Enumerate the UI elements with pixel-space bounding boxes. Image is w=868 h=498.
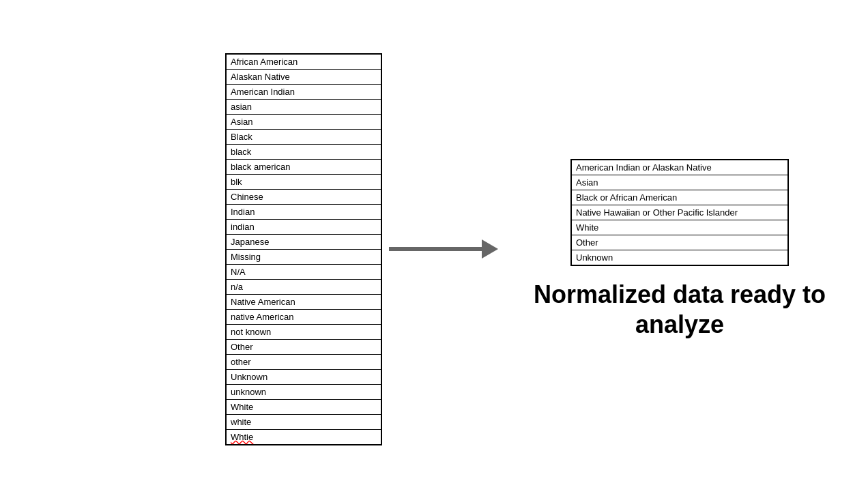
- raw-list-item: not known: [226, 324, 381, 339]
- raw-list-item: black: [226, 144, 381, 159]
- arrow-container: [382, 239, 505, 259]
- normalized-list-item: Native Hawaiian or Other Pacific Islande…: [571, 205, 788, 220]
- raw-list-item: African American: [226, 54, 381, 70]
- raw-list-item: Missing: [226, 249, 381, 264]
- raw-list-item: Other: [226, 339, 381, 354]
- raw-list-item: white: [226, 414, 381, 429]
- right-container: American Indian or Alaskan NativeAsianBl…: [505, 159, 854, 338]
- raw-list-item: unknown: [226, 384, 381, 399]
- raw-list-item: native American: [226, 309, 381, 324]
- raw-list-item: Black: [226, 129, 381, 144]
- raw-list-item: other: [226, 354, 381, 369]
- raw-list-item: American Indian: [226, 84, 381, 99]
- raw-list-item: Chinese: [226, 189, 381, 204]
- raw-list-item: Native American: [226, 294, 381, 309]
- right-title-section: Normalized data ready to analyze: [505, 280, 854, 338]
- normalized-list-item: Other: [571, 235, 788, 250]
- raw-list-item: Alaskan Native: [226, 69, 381, 84]
- raw-list-item: White: [226, 399, 381, 414]
- raw-data-table: African AmericanAlaskan NativeAmerican I…: [225, 53, 382, 445]
- normalized-list-item: White: [571, 220, 788, 235]
- raw-list-item: Whtie: [226, 429, 381, 445]
- normalized-list-item: Black or African American: [571, 190, 788, 205]
- arrow-head: [482, 239, 498, 259]
- raw-list-item: asian: [226, 99, 381, 114]
- normalized-title: Normalized data ready to analyze: [505, 280, 854, 338]
- raw-list-item: Indian: [226, 204, 381, 219]
- normalized-data-table: American Indian or Alaskan NativeAsianBl…: [570, 159, 789, 266]
- raw-list-item: Unknown: [226, 369, 381, 384]
- raw-list-item: n/a: [226, 279, 381, 294]
- transform-arrow: [389, 239, 498, 259]
- raw-list-item: black american: [226, 159, 381, 174]
- raw-list-item: Asian: [226, 114, 381, 129]
- normalized-list-item: Asian: [571, 175, 788, 190]
- raw-list-item: blk: [226, 174, 381, 189]
- raw-list-item: indian: [226, 219, 381, 234]
- normalized-list-item: Unknown: [571, 250, 788, 266]
- raw-list-container: African AmericanAlaskan NativeAmerican I…: [225, 53, 382, 445]
- normalized-list-container: American Indian or Alaskan NativeAsianBl…: [570, 159, 789, 266]
- raw-list-item: N/A: [226, 264, 381, 279]
- main-container: African AmericanAlaskan NativeAmerican I…: [0, 0, 868, 498]
- arrow-shaft: [389, 247, 482, 251]
- normalized-list-item: American Indian or Alaskan Native: [571, 160, 788, 175]
- raw-list-item: Japanese: [226, 234, 381, 249]
